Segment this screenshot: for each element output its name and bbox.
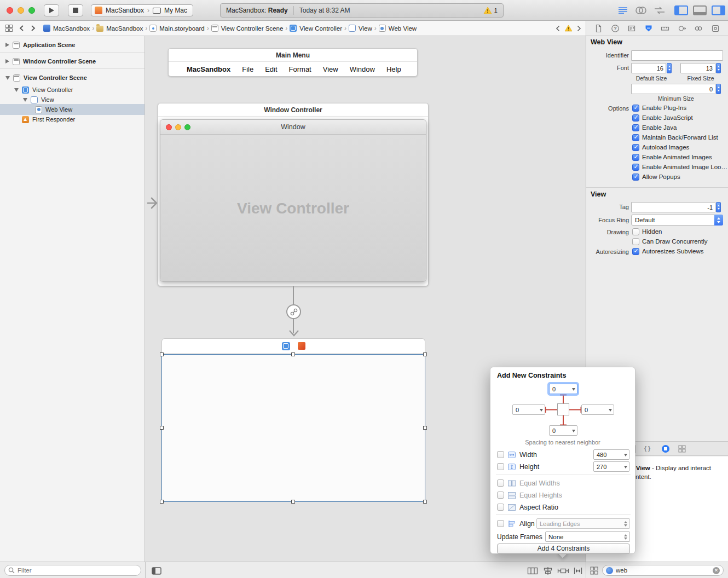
- resize-handle[interactable]: [160, 500, 164, 504]
- toggle-navigator-button[interactable]: [674, 5, 688, 15]
- outline-row-view-controller[interactable]: View Controller: [0, 84, 145, 95]
- connections-inspector-tab[interactable]: [678, 24, 686, 33]
- stop-button[interactable]: [68, 4, 83, 16]
- add-constraints-button[interactable]: Add 4 Constraints: [497, 544, 630, 554]
- main-menu-scene[interactable]: Main Menu MacSandbox File Edit Format Vi…: [168, 48, 418, 77]
- identifier-field[interactable]: [631, 50, 723, 61]
- outline-filter-field[interactable]: [4, 565, 141, 576]
- standard-editor-button[interactable]: [617, 6, 628, 15]
- warning-icon[interactable]: [483, 7, 492, 14]
- bindings-inspector-tab[interactable]: [694, 24, 703, 33]
- breadcrumb-view-controller[interactable]: View Controller: [290, 25, 342, 32]
- checkbox[interactable]: [632, 228, 639, 235]
- quick-help-inspector-tab[interactable]: ?: [611, 24, 620, 33]
- menu-item-view[interactable]: View: [323, 65, 338, 73]
- resize-handle[interactable]: [160, 426, 164, 430]
- checkbox[interactable]: [632, 238, 639, 245]
- tag-field[interactable]: [631, 202, 715, 212]
- checkbox[interactable]: [632, 134, 639, 141]
- trailing-spacing-field[interactable]: 0: [581, 404, 614, 415]
- outline-row-application-scene[interactable]: Application Scene: [0, 39, 145, 50]
- menu-item-app[interactable]: MacSandbox: [187, 65, 230, 73]
- toggle-document-outline-button[interactable]: [152, 567, 161, 575]
- breadcrumb-view[interactable]: View: [349, 25, 372, 32]
- file-inspector-tab[interactable]: [594, 24, 603, 33]
- resize-handle[interactable]: [423, 426, 427, 430]
- forward-button[interactable]: [31, 25, 36, 32]
- disclosure-triangle-icon[interactable]: [5, 43, 9, 47]
- pin-constraints-button[interactable]: [557, 567, 569, 575]
- next-issue-button[interactable]: [577, 25, 581, 32]
- previous-issue-button[interactable]: [556, 25, 560, 32]
- menu-item-window[interactable]: Window: [350, 65, 375, 73]
- object-library-tab[interactable]: [662, 445, 669, 453]
- breadcrumb-web-view[interactable]: Web View: [379, 25, 417, 32]
- media-library-tab[interactable]: [678, 445, 686, 453]
- clear-filter-button[interactable]: ✕: [713, 567, 720, 574]
- checkbox[interactable]: [632, 144, 639, 151]
- view-controller-dock-icon[interactable]: [282, 342, 290, 350]
- leading-spacing-field[interactable]: 0: [512, 404, 545, 415]
- scene-title[interactable]: Main Menu: [169, 49, 417, 62]
- assistant-editor-button[interactable]: [635, 6, 647, 15]
- related-items-icon[interactable]: [5, 25, 13, 32]
- resize-handle[interactable]: [160, 352, 164, 356]
- outline-row-window-controller-scene[interactable]: Window Controller Scene: [0, 56, 145, 67]
- height-value-combo[interactable]: 270: [593, 461, 629, 472]
- resize-handle[interactable]: [291, 352, 295, 356]
- view-effects-inspector-tab[interactable]: [711, 24, 720, 33]
- resize-handle[interactable]: [291, 500, 295, 504]
- close-window-button[interactable]: [7, 7, 13, 14]
- font-default-size-field[interactable]: [631, 63, 666, 73]
- checkbox[interactable]: [632, 154, 639, 161]
- segue-connector-icon[interactable]: [286, 304, 301, 319]
- checkbox[interactable]: [632, 105, 639, 112]
- align-button[interactable]: [542, 567, 553, 575]
- library-filter-field[interactable]: ✕: [602, 565, 724, 576]
- align-checkbox[interactable]: [497, 520, 504, 527]
- code-snippet-library-tab[interactable]: { }: [644, 445, 650, 452]
- embed-in-stack-button[interactable]: [527, 567, 538, 575]
- checkbox[interactable]: [632, 248, 639, 255]
- top-spacing-field[interactable]: 0: [549, 384, 577, 394]
- outline-row-view[interactable]: View: [0, 94, 145, 105]
- toggle-utilities-button[interactable]: [712, 5, 725, 15]
- warning-count[interactable]: 1: [494, 7, 498, 14]
- disclosure-triangle-icon[interactable]: [14, 88, 19, 92]
- size-inspector-tab[interactable]: [661, 24, 669, 33]
- exit-dock-icon[interactable]: [298, 342, 305, 350]
- outline-filter-input[interactable]: [18, 567, 137, 574]
- version-editor-button[interactable]: [654, 6, 666, 15]
- font-fixed-stepper[interactable]: [716, 63, 721, 73]
- focus-ring-popup[interactable]: Default: [631, 215, 723, 226]
- disclosure-triangle-icon[interactable]: [5, 59, 9, 63]
- outline-row-first-responder[interactable]: First Responder: [0, 114, 145, 125]
- minimum-size-stepper[interactable]: [716, 84, 721, 94]
- breadcrumb-scene[interactable]: View Controller Scene: [211, 25, 284, 32]
- width-checkbox[interactable]: [497, 451, 504, 458]
- run-button[interactable]: [44, 4, 59, 16]
- window-controller-scene[interactable]: Window Controller Window View Controller: [158, 103, 429, 286]
- menu-item-edit[interactable]: Edit: [265, 65, 277, 73]
- breadcrumb-project[interactable]: MacSandbox: [43, 25, 90, 32]
- font-fixed-size-field[interactable]: [680, 63, 715, 73]
- zoom-window-button[interactable]: [28, 7, 35, 14]
- window-mock[interactable]: Window View Controller: [160, 119, 426, 282]
- update-frames-popup[interactable]: None: [545, 531, 630, 542]
- checkbox[interactable]: [632, 164, 639, 171]
- scene-title[interactable]: Window Controller: [158, 103, 428, 117]
- menu-item-file[interactable]: File: [242, 65, 253, 73]
- minimize-window-button[interactable]: [18, 7, 24, 14]
- equal-heights-checkbox[interactable]: [497, 492, 504, 499]
- breadcrumb-group[interactable]: MacSandbox: [96, 25, 143, 32]
- web-view-selected[interactable]: [161, 354, 425, 502]
- library-grid-button[interactable]: [590, 567, 598, 575]
- aspect-ratio-checkbox[interactable]: [497, 504, 504, 511]
- tag-stepper[interactable]: [716, 202, 721, 212]
- storyboard-entry-arrow[interactable]: [146, 196, 163, 210]
- scheme-selector[interactable]: MacSandbox My Mac: [91, 4, 193, 16]
- identity-inspector-tab[interactable]: [627, 24, 636, 33]
- checkbox[interactable]: [632, 174, 639, 181]
- equal-widths-checkbox[interactable]: [497, 479, 504, 487]
- library-filter-input[interactable]: [616, 567, 710, 574]
